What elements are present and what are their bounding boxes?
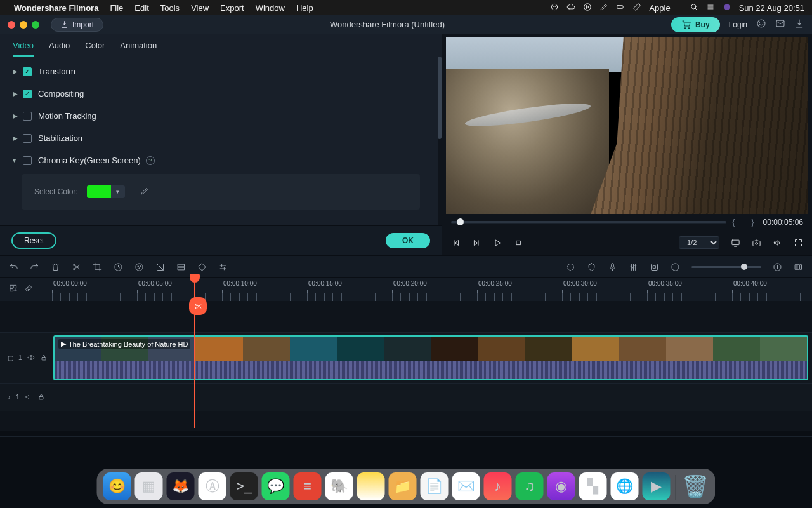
prev-frame-button[interactable] (451, 238, 461, 248)
status-control-center-icon[interactable] (706, 3, 715, 13)
volume-icon[interactable] (773, 238, 782, 248)
dock-app-chrome[interactable]: 🌐 (611, 472, 639, 500)
speed-icon[interactable] (114, 262, 123, 272)
menu-view[interactable]: View (191, 3, 209, 13)
dock-app-folder[interactable]: 📁 (389, 472, 417, 500)
fullscreen-icon[interactable] (794, 238, 803, 248)
play-button[interactable] (493, 238, 502, 248)
mark-in-out-icon[interactable]: { } (733, 218, 757, 227)
ok-button[interactable]: OK (386, 233, 430, 248)
timeline-ruler[interactable]: 00:00:00:00 00:00:05:00 00:00:10:00 00:0… (52, 278, 812, 301)
reset-button[interactable]: Reset (11, 232, 56, 249)
checkbox-transform[interactable] (23, 67, 32, 76)
zoom-fit-icon[interactable] (794, 262, 803, 272)
checkbox-motion-tracking[interactable] (23, 112, 32, 121)
video-track-1[interactable]: ▢ 1 ▶ The Breathtaking Beauty of Nature … (0, 333, 812, 384)
menubar-clock[interactable]: Sun 22 Aug 20:51 (739, 3, 804, 13)
menu-file[interactable]: File (110, 3, 123, 13)
download-icon[interactable] (794, 18, 804, 31)
status-play-icon[interactable] (583, 3, 592, 13)
audio-track-1[interactable]: ♪ 1 (0, 384, 812, 411)
keyframe-icon[interactable] (197, 262, 207, 272)
split-marker-icon[interactable] (189, 297, 207, 315)
dock-app-whatsapp[interactable]: 💬 (262, 472, 290, 500)
mix-icon[interactable] (650, 262, 659, 272)
dock-app-launchpad[interactable]: ▦ (135, 472, 163, 500)
snapshot-icon[interactable] (752, 238, 761, 248)
green-screen-icon[interactable] (155, 262, 165, 272)
tab-video[interactable]: Video (13, 41, 34, 57)
checkbox-chroma-key[interactable] (23, 156, 32, 165)
delete-icon[interactable] (51, 262, 60, 272)
support-icon[interactable] (756, 18, 766, 31)
zoom-in-icon[interactable] (773, 262, 782, 272)
tab-animation[interactable]: Animation (120, 41, 157, 57)
zoom-out-icon[interactable] (671, 262, 680, 272)
dock-app-terminal[interactable]: >_ (230, 472, 258, 500)
dock-app-chess[interactable]: ▚ (579, 472, 607, 500)
menu-tools[interactable]: Tools (160, 3, 180, 13)
import-button[interactable]: Import (51, 18, 103, 32)
status-siri-icon[interactable] (723, 3, 731, 13)
marker-icon[interactable] (587, 262, 596, 272)
property-motion-tracking[interactable]: ▶ Motion Tracking (9, 105, 433, 127)
zoom-slider[interactable] (691, 266, 761, 268)
color-icon[interactable] (134, 262, 144, 272)
status-cast-icon[interactable] (550, 3, 559, 13)
redo-icon[interactable] (30, 262, 39, 272)
dock-trash[interactable]: 🗑️ (681, 472, 709, 500)
dock-app-notes[interactable] (357, 472, 385, 500)
preview-viewport[interactable] (446, 37, 808, 214)
buy-button[interactable]: Buy (671, 17, 720, 32)
login-link[interactable]: Login (729, 20, 747, 29)
dock-app-firefox[interactable]: 🦊 (167, 472, 195, 500)
split-icon[interactable] (72, 262, 81, 272)
status-link-icon[interactable] (632, 3, 641, 13)
status-search-icon[interactable] (690, 3, 698, 13)
timeline-link-icon[interactable] (24, 284, 33, 295)
dock-app-mail[interactable]: ✉️ (452, 472, 480, 500)
help-icon[interactable]: ? (146, 156, 155, 165)
property-compositing[interactable]: ▶ Compositing (9, 83, 433, 105)
eyedropper-icon[interactable] (140, 187, 149, 197)
color-picker[interactable]: ▾ (87, 185, 125, 198)
next-frame-button[interactable] (472, 238, 481, 248)
status-text[interactable]: Apple (649, 3, 670, 13)
property-transform[interactable]: ▶ Transform (9, 60, 433, 83)
app-name[interactable]: Wondershare Filmora (14, 3, 98, 13)
record-voiceover-icon[interactable] (608, 262, 617, 272)
status-battery-icon[interactable] (616, 3, 625, 13)
dock-app-podcasts[interactable]: ◉ (547, 472, 575, 500)
display-icon[interactable] (731, 238, 740, 248)
render-icon[interactable] (566, 262, 575, 272)
panel-scrollbar[interactable] (438, 57, 442, 225)
dock-app-app-a[interactable]: Ⓐ (199, 472, 226, 500)
playback-speed-select[interactable]: 1/2 (679, 236, 719, 249)
undo-icon[interactable] (9, 262, 18, 272)
tab-color[interactable]: Color (85, 41, 105, 57)
track-lock-icon[interactable] (37, 393, 45, 402)
crop-icon[interactable] (93, 262, 102, 272)
window-traffic-lights[interactable] (8, 21, 39, 29)
status-pen-icon[interactable] (599, 3, 608, 13)
track-mute-icon[interactable] (25, 393, 32, 402)
menu-help[interactable]: Help (296, 3, 313, 13)
track-lock-icon[interactable] (40, 354, 48, 363)
dock-app-filmora[interactable]: ▶ (643, 472, 671, 500)
chevron-down-icon[interactable]: ▾ (111, 185, 125, 198)
tab-audio[interactable]: Audio (49, 41, 70, 57)
video-clip[interactable]: ▶ The Breathtaking Beauty of Nature HD (53, 335, 808, 380)
preview-scrubber[interactable] (451, 221, 726, 224)
stop-button[interactable] (514, 238, 523, 248)
menu-edit[interactable]: Edit (134, 3, 148, 13)
dock-app-evernote[interactable]: 🐘 (325, 472, 353, 500)
dock-app-finder[interactable]: 😊 (103, 472, 131, 500)
adjust-icon[interactable] (218, 262, 228, 272)
detach-icon[interactable] (176, 262, 186, 272)
dock-app-spotify[interactable]: ♫ (516, 472, 544, 500)
menu-window[interactable]: Window (256, 3, 285, 13)
track-visibility-icon[interactable] (27, 354, 35, 363)
property-stabilization[interactable]: ▶ Stabilization (9, 127, 433, 149)
property-chroma-key[interactable]: ▾ Chroma Key(Green Screen) ? (9, 149, 433, 171)
messages-icon[interactable] (775, 18, 785, 31)
